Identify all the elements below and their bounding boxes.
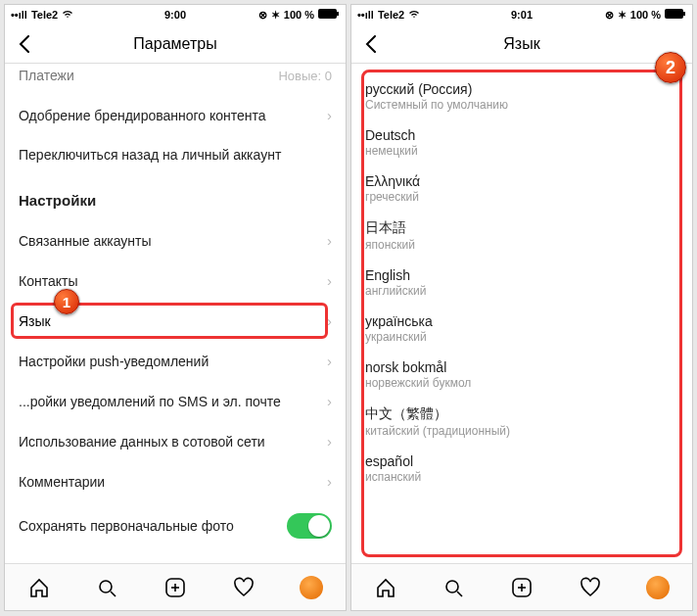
lang-option[interactable]: English английский bbox=[351, 260, 692, 306]
phone-left-settings: ••ıll Tele2 9:00 ⊗ ✶ 100 % Параметры Пла… bbox=[4, 4, 347, 611]
lang-native: Deutsch bbox=[365, 127, 678, 143]
row-label: Контакты bbox=[19, 273, 77, 289]
wifi-icon bbox=[62, 9, 73, 21]
row-push-notifications[interactable]: Настройки push-уведомлений › bbox=[5, 341, 346, 381]
row-label: Связанные аккаунты bbox=[19, 233, 152, 249]
row-linked-accounts[interactable]: Связанные аккаунты › bbox=[5, 220, 346, 261]
avatar-icon bbox=[646, 576, 670, 599]
battery-icon bbox=[665, 9, 686, 21]
page-title: Параметры bbox=[133, 35, 216, 53]
svg-rect-8 bbox=[683, 12, 685, 16]
row-sms-email[interactable]: ...ройки уведомлений по SMS и эл. почте … bbox=[5, 381, 346, 421]
bluetooth-icon: ✶ bbox=[271, 9, 280, 22]
battery-icon bbox=[318, 9, 340, 21]
row-label: ...ройки уведомлений по SMS и эл. почте bbox=[19, 394, 281, 409]
tab-search[interactable] bbox=[94, 575, 119, 600]
bluetooth-icon: ✶ bbox=[618, 9, 627, 22]
lang-translated: норвежский букмол bbox=[365, 376, 678, 390]
lang-option[interactable]: Deutsch немецкий bbox=[351, 119, 692, 166]
svg-rect-7 bbox=[665, 9, 683, 19]
lang-native: русский (Россия) bbox=[365, 81, 678, 97]
phone-right-language: ••ıll Tele2 9:01 ⊗ ✶ 100 % Язык 2 русски… bbox=[350, 4, 693, 611]
battery-percent: 100 % bbox=[630, 9, 661, 21]
tab-activity[interactable] bbox=[231, 575, 256, 600]
svg-point-2 bbox=[100, 581, 112, 592]
lang-native: 日本語 bbox=[365, 219, 678, 237]
battery-percent: 100 % bbox=[284, 9, 314, 21]
orientation-lock-icon: ⊗ bbox=[258, 9, 267, 22]
lang-translated: испанский bbox=[365, 470, 678, 484]
lang-native: 中文（繁體） bbox=[365, 405, 678, 423]
lang-option[interactable]: русский (Россия) Системный по умолчанию bbox=[351, 73, 692, 119]
callout-badge-1: 1 bbox=[54, 289, 79, 314]
back-button[interactable] bbox=[13, 32, 36, 56]
row-branded-content[interactable]: Одобрение брендированного контента › bbox=[5, 95, 346, 135]
chevron-right-icon: › bbox=[327, 473, 332, 490]
orientation-lock-icon: ⊗ bbox=[605, 9, 614, 22]
lang-option[interactable]: español испанский bbox=[351, 446, 692, 492]
chevron-right-icon: › bbox=[327, 393, 332, 409]
carrier-label: Tele2 bbox=[31, 9, 58, 21]
lang-option[interactable]: 日本語 японский bbox=[351, 212, 692, 260]
status-bar: ••ıll Tele2 9:00 ⊗ ✶ 100 % bbox=[5, 5, 346, 24]
row-payments[interactable]: Платежи Новые: 0 bbox=[5, 64, 346, 95]
tab-activity[interactable] bbox=[578, 575, 603, 600]
callout-badge-2: 2 bbox=[655, 52, 686, 83]
language-list[interactable]: русский (Россия) Системный по умолчанию … bbox=[351, 73, 692, 563]
lang-native: Ελληνικά bbox=[365, 173, 678, 189]
lang-translated: японский bbox=[365, 238, 678, 252]
lang-translated: украинский bbox=[365, 330, 678, 344]
status-time: 9:00 bbox=[164, 9, 186, 21]
svg-line-10 bbox=[457, 592, 462, 596]
row-data-usage[interactable]: Использование данных в сотовой сети › bbox=[5, 421, 346, 461]
row-comments[interactable]: Комментарии › bbox=[5, 461, 346, 501]
settings-list[interactable]: Платежи Новые: 0 Одобрение брендированно… bbox=[5, 64, 346, 563]
lang-translated: китайский (традиционный) bbox=[365, 424, 678, 438]
status-bar: ••ıll Tele2 9:01 ⊗ ✶ 100 % bbox=[351, 5, 692, 24]
lang-translated: английский bbox=[365, 284, 678, 298]
svg-line-3 bbox=[111, 592, 116, 596]
tab-profile[interactable] bbox=[299, 575, 324, 600]
chevron-right-icon: › bbox=[327, 433, 332, 450]
svg-rect-1 bbox=[337, 12, 339, 16]
tab-home[interactable] bbox=[26, 575, 52, 600]
lang-option[interactable]: українська украинский bbox=[351, 306, 692, 352]
tab-search[interactable] bbox=[441, 575, 466, 600]
toggle-switch[interactable] bbox=[287, 513, 332, 539]
tab-home[interactable] bbox=[373, 575, 398, 600]
lang-translated: греческий bbox=[365, 190, 678, 204]
chevron-right-icon: › bbox=[327, 107, 332, 123]
row-label: Настройки push-уведомлений bbox=[19, 354, 209, 369]
nav-bar: Параметры bbox=[5, 24, 346, 64]
tab-profile[interactable] bbox=[645, 575, 671, 600]
lang-translated: Системный по умолчанию bbox=[365, 98, 678, 112]
chevron-right-icon: › bbox=[327, 272, 332, 289]
tab-create[interactable] bbox=[509, 575, 534, 600]
row-label: Переключиться назад на личный аккаунт bbox=[19, 147, 281, 163]
lang-native: українська bbox=[365, 313, 678, 329]
chevron-right-icon: › bbox=[327, 353, 332, 369]
lang-translated: немецкий bbox=[365, 144, 678, 158]
tab-bar bbox=[351, 563, 692, 610]
row-label: Комментарии bbox=[19, 474, 105, 490]
row-label: Сохранять первоначальные фото bbox=[19, 518, 234, 534]
row-language[interactable]: Язык › 1 bbox=[5, 301, 346, 341]
svg-point-9 bbox=[446, 581, 458, 592]
back-button[interactable] bbox=[359, 32, 383, 56]
carrier-label: Tele2 bbox=[378, 9, 404, 21]
section-label: Настройки bbox=[19, 192, 96, 209]
row-switch-back[interactable]: Переключиться назад на личный аккаунт bbox=[5, 135, 346, 174]
row-label: Использование данных в сотовой сети bbox=[19, 434, 265, 450]
row-label: Платежи bbox=[19, 68, 74, 83]
tab-bar bbox=[5, 563, 346, 610]
section-header-settings: Настройки bbox=[5, 174, 346, 220]
lang-option[interactable]: 中文（繁體） китайский (традиционный) bbox=[351, 398, 692, 446]
row-save-original-photo[interactable]: Сохранять первоначальные фото bbox=[5, 501, 346, 550]
lang-native: norsk bokmål bbox=[365, 359, 678, 375]
lang-option[interactable]: Ελληνικά греческий bbox=[351, 166, 692, 212]
lang-option[interactable]: norsk bokmål норвежский букмол bbox=[351, 352, 692, 398]
status-time: 9:01 bbox=[511, 9, 533, 21]
row-label: Язык bbox=[19, 313, 51, 329]
svg-rect-0 bbox=[318, 9, 337, 19]
tab-create[interactable] bbox=[163, 575, 188, 600]
